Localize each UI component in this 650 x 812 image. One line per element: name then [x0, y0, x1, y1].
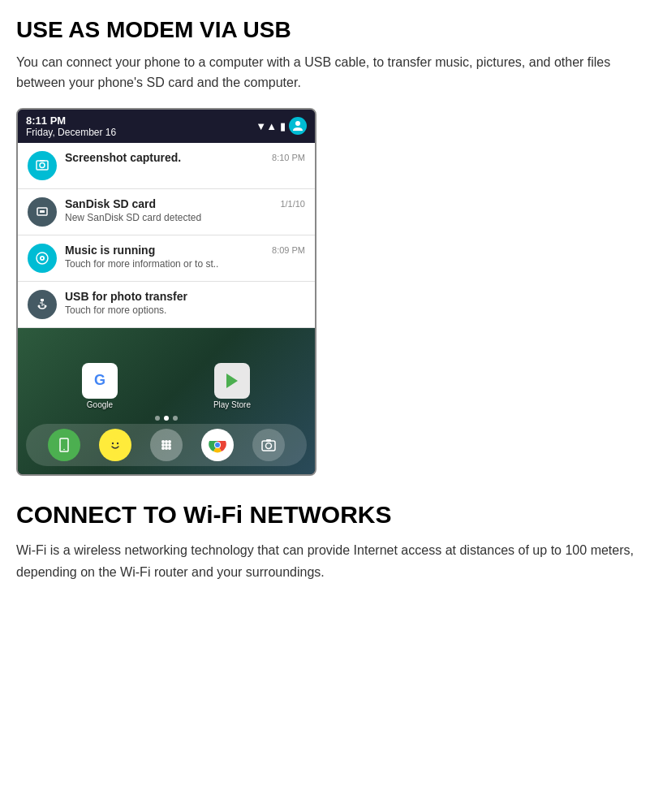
notification-screenshot[interactable]: Screenshot captured. 8:10 PM [18, 143, 315, 189]
svg-point-23 [161, 443, 165, 447]
notification-sandisk[interactable]: SanDisk SD card 1/1/10 New SanDisk SD ca… [18, 189, 315, 235]
home-app-row: G Google Play Store [18, 363, 315, 409]
dot-3 [173, 416, 178, 421]
svg-rect-10 [42, 301, 43, 306]
svg-rect-3 [40, 160, 45, 162]
svg-point-0 [295, 121, 300, 126]
usb-notif-subtitle: Touch for more options. [65, 304, 305, 316]
dot-2 [164, 416, 169, 421]
svg-point-19 [117, 443, 118, 444]
battery-icon: ▮ [280, 120, 286, 132]
sandisk-notif-content: SanDisk SD card 1/1/10 New SanDisk SD ca… [65, 197, 305, 223]
user-avatar-icon [289, 117, 307, 135]
svg-point-32 [215, 443, 220, 447]
app-dock [26, 424, 307, 466]
play-store-icon [214, 363, 250, 399]
music-notif-time: 8:09 PM [272, 245, 305, 255]
svg-point-12 [45, 304, 47, 307]
svg-point-28 [168, 447, 171, 450]
notification-usb[interactable]: USB for photo transfer Touch for more op… [18, 282, 315, 328]
svg-point-20 [161, 440, 165, 443]
svg-point-8 [41, 257, 43, 259]
sandisk-notif-icon [28, 197, 57, 227]
status-time: 8:11 PM [26, 114, 116, 127]
svg-marker-15 [226, 374, 238, 388]
google-app-label: Google [87, 400, 113, 409]
svg-point-24 [165, 443, 168, 447]
svg-rect-9 [41, 299, 44, 301]
status-date: Friday, December 16 [26, 127, 116, 138]
phone-mockup: 8:11 PM Friday, December 16 ▼▲ ▮ [16, 108, 316, 476]
google-app-icon: G [82, 363, 118, 399]
wifi-icon: ▼▲ [256, 120, 277, 132]
status-time-date: 8:11 PM Friday, December 16 [26, 114, 116, 138]
usb-notif-title: USB for photo transfer [65, 290, 187, 303]
phone-status-bar: 8:11 PM Friday, December 16 ▼▲ ▮ [18, 110, 315, 143]
music-notif-icon [28, 244, 57, 273]
chrome-dock-icon[interactable] [201, 429, 234, 461]
svg-point-27 [165, 447, 168, 450]
svg-rect-5 [40, 210, 45, 213]
google-app-wrapper[interactable]: G Google [82, 363, 118, 409]
play-store-wrapper[interactable]: Play Store [213, 363, 251, 409]
usb-section-title: USE AS MODEM VIA USB [16, 16, 634, 44]
usb-notif-icon [28, 290, 57, 319]
dot-1 [155, 416, 160, 421]
svg-point-34 [266, 443, 272, 448]
wifi-section-title: CONNECT TO Wi-Fi NETWORKS [16, 500, 634, 529]
svg-point-22 [168, 440, 171, 443]
svg-point-18 [112, 443, 114, 444]
svg-point-26 [161, 447, 165, 450]
music-notif-content: Music is running 8:09 PM Touch for more … [65, 244, 305, 270]
sandisk-notif-subtitle: New SanDisk SD card detected [65, 212, 305, 223]
music-notif-subtitle: Touch for more information or to st.. [65, 258, 305, 270]
play-store-label: Play Store [213, 400, 251, 409]
svg-point-16 [63, 448, 65, 450]
svg-point-11 [38, 304, 41, 307]
svg-rect-1 [37, 161, 48, 170]
smiley-dock-icon[interactable] [99, 429, 131, 461]
page-indicator [18, 416, 315, 421]
wifi-section-description: Wi-Fi is a wireless networking technolog… [16, 539, 634, 583]
screenshot-notif-time: 8:10 PM [272, 153, 305, 162]
screenshot-notif-icon [28, 151, 57, 180]
apps-dock-icon[interactable] [150, 429, 183, 461]
svg-point-21 [165, 440, 168, 443]
notification-list: Screenshot captured. 8:10 PM SanDisk SD … [18, 143, 315, 328]
music-notif-title: Music is running [65, 244, 155, 257]
svg-point-2 [40, 162, 45, 167]
usb-notif-content: USB for photo transfer Touch for more op… [65, 290, 305, 316]
usb-section-description: You can connect your phone to a computer… [16, 52, 634, 93]
sandisk-notif-time: 1/1/10 [280, 199, 305, 209]
screenshot-notif-title: Screenshot captured. [65, 151, 181, 164]
phone-dock-icon[interactable] [48, 429, 80, 461]
svg-rect-35 [266, 439, 271, 442]
sandisk-notif-title: SanDisk SD card [65, 197, 156, 210]
status-icons: ▼▲ ▮ [256, 117, 307, 135]
notification-music[interactable]: Music is running 8:09 PM Touch for more … [18, 235, 315, 282]
phone-home-screen: G Google Play Store [18, 328, 315, 474]
camera-dock-icon[interactable] [252, 429, 285, 461]
screenshot-notif-content: Screenshot captured. 8:10 PM [65, 151, 305, 164]
svg-point-25 [168, 443, 171, 447]
svg-point-17 [109, 438, 122, 451]
